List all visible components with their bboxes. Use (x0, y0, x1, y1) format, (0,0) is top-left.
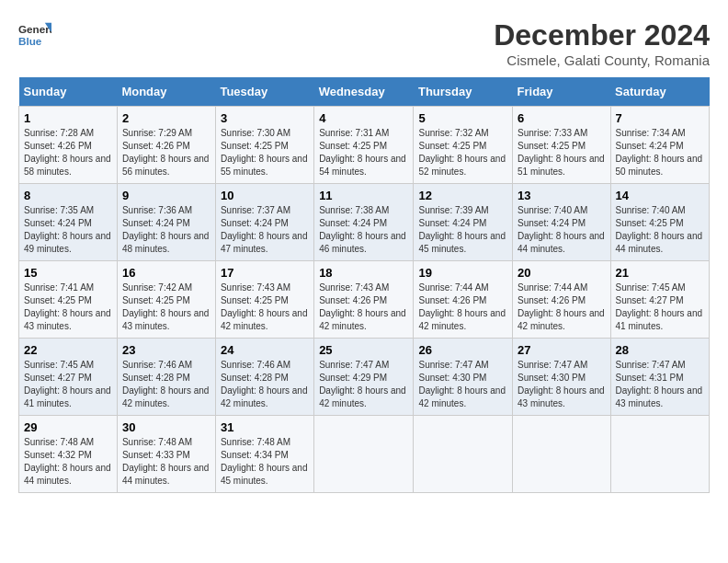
day-number: 22 (24, 343, 112, 357)
subtitle: Cismele, Galati County, Romania (494, 52, 710, 68)
header-tuesday: Tuesday (215, 77, 313, 107)
day-info: Sunrise: 7:41 AM Sunset: 4:25 PM Dayligh… (24, 282, 112, 333)
day-number: 7 (616, 111, 704, 125)
calendar-cell: 8 Sunrise: 7:35 AM Sunset: 4:24 PM Dayli… (19, 184, 118, 261)
day-info: Sunrise: 7:44 AM Sunset: 4:26 PM Dayligh… (418, 282, 507, 333)
header-row: Sunday Monday Tuesday Wednesday Thursday… (19, 77, 710, 107)
day-number: 1 (24, 111, 112, 125)
header: General Blue December 2024 Cismele, Gala… (18, 18, 710, 68)
day-info: Sunrise: 7:45 AM Sunset: 4:27 PM Dayligh… (24, 359, 112, 410)
calendar-cell: 1 Sunrise: 7:28 AM Sunset: 4:26 PM Dayli… (19, 107, 118, 184)
day-info: Sunrise: 7:30 AM Sunset: 4:25 PM Dayligh… (221, 127, 309, 178)
calendar-cell (513, 416, 610, 493)
calendar-week-1: 1 Sunrise: 7:28 AM Sunset: 4:26 PM Dayli… (19, 107, 710, 184)
day-info: Sunrise: 7:34 AM Sunset: 4:24 PM Dayligh… (616, 127, 704, 178)
day-number: 13 (518, 189, 605, 202)
day-number: 4 (319, 111, 408, 125)
calendar-cell: 30 Sunrise: 7:48 AM Sunset: 4:33 PM Dayl… (117, 416, 215, 493)
day-number: 25 (319, 343, 408, 357)
main-title: December 2024 (494, 18, 710, 52)
day-info: Sunrise: 7:32 AM Sunset: 4:25 PM Dayligh… (418, 127, 507, 178)
calendar-cell: 15 Sunrise: 7:41 AM Sunset: 4:25 PM Dayl… (19, 261, 118, 339)
day-info: Sunrise: 7:45 AM Sunset: 4:27 PM Dayligh… (616, 282, 704, 333)
calendar-cell: 16 Sunrise: 7:42 AM Sunset: 4:25 PM Dayl… (117, 261, 215, 339)
calendar-cell: 11 Sunrise: 7:38 AM Sunset: 4:24 PM Dayl… (314, 184, 414, 261)
calendar-header: Sunday Monday Tuesday Wednesday Thursday… (19, 77, 710, 107)
calendar-cell: 7 Sunrise: 7:34 AM Sunset: 4:24 PM Dayli… (610, 107, 709, 184)
calendar-cell: 28 Sunrise: 7:47 AM Sunset: 4:31 PM Dayl… (610, 339, 709, 416)
calendar-cell: 31 Sunrise: 7:48 AM Sunset: 4:34 PM Dayl… (215, 416, 313, 493)
day-number: 29 (24, 420, 112, 434)
day-info: Sunrise: 7:43 AM Sunset: 4:25 PM Dayligh… (221, 282, 309, 333)
header-friday: Friday (513, 77, 610, 107)
calendar-cell: 25 Sunrise: 7:47 AM Sunset: 4:29 PM Dayl… (314, 339, 414, 416)
calendar-cell: 20 Sunrise: 7:44 AM Sunset: 4:26 PM Dayl… (513, 261, 610, 339)
day-info: Sunrise: 7:35 AM Sunset: 4:24 PM Dayligh… (24, 204, 112, 256)
day-info: Sunrise: 7:47 AM Sunset: 4:30 PM Dayligh… (418, 359, 507, 410)
calendar-cell: 17 Sunrise: 7:43 AM Sunset: 4:25 PM Dayl… (215, 261, 313, 339)
day-number: 15 (24, 266, 112, 280)
day-info: Sunrise: 7:47 AM Sunset: 4:29 PM Dayligh… (319, 359, 408, 410)
day-number: 17 (221, 266, 309, 280)
calendar-cell (610, 416, 709, 493)
day-number: 3 (221, 111, 309, 125)
day-number: 16 (122, 266, 210, 280)
calendar-cell: 26 Sunrise: 7:47 AM Sunset: 4:30 PM Dayl… (414, 339, 513, 416)
day-info: Sunrise: 7:48 AM Sunset: 4:32 PM Dayligh… (24, 436, 112, 488)
day-number: 12 (418, 189, 507, 202)
calendar-week-2: 8 Sunrise: 7:35 AM Sunset: 4:24 PM Dayli… (19, 184, 710, 261)
header-saturday: Saturday (610, 77, 709, 107)
calendar-cell: 2 Sunrise: 7:29 AM Sunset: 4:26 PM Dayli… (117, 107, 215, 184)
calendar-cell: 18 Sunrise: 7:43 AM Sunset: 4:26 PM Dayl… (314, 261, 414, 339)
day-info: Sunrise: 7:48 AM Sunset: 4:33 PM Dayligh… (122, 436, 210, 488)
calendar-cell (314, 416, 414, 493)
day-info: Sunrise: 7:46 AM Sunset: 4:28 PM Dayligh… (221, 359, 309, 410)
day-number: 30 (122, 420, 210, 434)
calendar-week-5: 29 Sunrise: 7:48 AM Sunset: 4:32 PM Dayl… (19, 416, 710, 493)
day-info: Sunrise: 7:42 AM Sunset: 4:25 PM Dayligh… (122, 282, 210, 333)
day-info: Sunrise: 7:36 AM Sunset: 4:24 PM Dayligh… (122, 204, 210, 256)
day-number: 27 (518, 343, 605, 357)
header-monday: Monday (117, 77, 215, 107)
calendar-cell: 23 Sunrise: 7:46 AM Sunset: 4:28 PM Dayl… (117, 339, 215, 416)
day-number: 24 (221, 343, 309, 357)
day-info: Sunrise: 7:43 AM Sunset: 4:26 PM Dayligh… (319, 282, 408, 333)
day-number: 11 (319, 189, 408, 202)
calendar-cell: 4 Sunrise: 7:31 AM Sunset: 4:25 PM Dayli… (314, 107, 414, 184)
calendar-table: Sunday Monday Tuesday Wednesday Thursday… (18, 77, 710, 493)
day-info: Sunrise: 7:48 AM Sunset: 4:34 PM Dayligh… (221, 436, 309, 488)
day-number: 2 (122, 111, 210, 125)
calendar-cell: 22 Sunrise: 7:45 AM Sunset: 4:27 PM Dayl… (19, 339, 118, 416)
day-number: 19 (418, 266, 507, 280)
calendar-cell: 24 Sunrise: 7:46 AM Sunset: 4:28 PM Dayl… (215, 339, 313, 416)
day-info: Sunrise: 7:40 AM Sunset: 4:25 PM Dayligh… (616, 204, 704, 256)
calendar-cell: 6 Sunrise: 7:33 AM Sunset: 4:25 PM Dayli… (513, 107, 610, 184)
day-number: 31 (221, 420, 309, 434)
calendar-cell: 9 Sunrise: 7:36 AM Sunset: 4:24 PM Dayli… (117, 184, 215, 261)
day-number: 8 (24, 189, 112, 202)
day-number: 5 (418, 111, 507, 125)
day-number: 18 (319, 266, 408, 280)
calendar-cell: 5 Sunrise: 7:32 AM Sunset: 4:25 PM Dayli… (414, 107, 513, 184)
calendar-cell: 3 Sunrise: 7:30 AM Sunset: 4:25 PM Dayli… (215, 107, 313, 184)
calendar-cell: 29 Sunrise: 7:48 AM Sunset: 4:32 PM Dayl… (19, 416, 118, 493)
day-info: Sunrise: 7:38 AM Sunset: 4:24 PM Dayligh… (319, 204, 408, 256)
day-number: 21 (616, 266, 704, 280)
day-info: Sunrise: 7:47 AM Sunset: 4:30 PM Dayligh… (518, 359, 605, 410)
header-sunday: Sunday (19, 77, 118, 107)
day-info: Sunrise: 7:31 AM Sunset: 4:25 PM Dayligh… (319, 127, 408, 178)
day-info: Sunrise: 7:40 AM Sunset: 4:24 PM Dayligh… (518, 204, 605, 256)
calendar-cell: 12 Sunrise: 7:39 AM Sunset: 4:24 PM Dayl… (414, 184, 513, 261)
page-container: General Blue December 2024 Cismele, Gala… (18, 18, 710, 493)
day-info: Sunrise: 7:44 AM Sunset: 4:26 PM Dayligh… (518, 282, 605, 333)
day-number: 28 (616, 343, 704, 357)
day-info: Sunrise: 7:28 AM Sunset: 4:26 PM Dayligh… (24, 127, 112, 178)
day-number: 14 (616, 189, 704, 202)
day-number: 9 (122, 189, 210, 202)
calendar-cell (414, 416, 513, 493)
logo: General Blue (18, 18, 51, 52)
day-info: Sunrise: 7:29 AM Sunset: 4:26 PM Dayligh… (122, 127, 210, 178)
calendar-cell: 19 Sunrise: 7:44 AM Sunset: 4:26 PM Dayl… (414, 261, 513, 339)
calendar-cell: 21 Sunrise: 7:45 AM Sunset: 4:27 PM Dayl… (610, 261, 709, 339)
header-wednesday: Wednesday (314, 77, 414, 107)
